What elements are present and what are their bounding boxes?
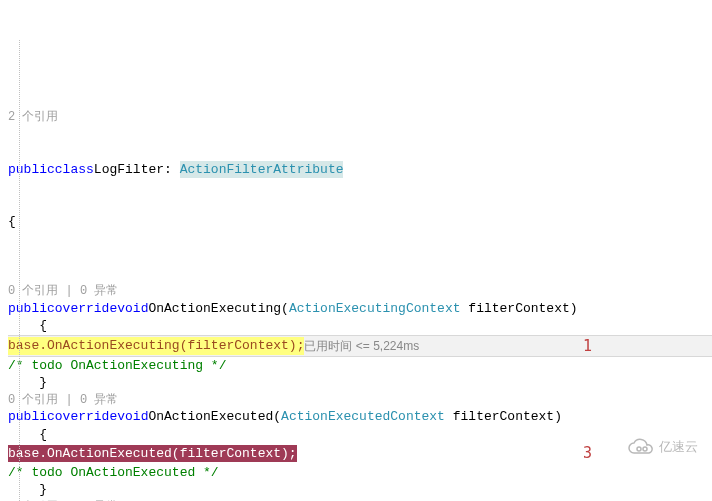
method-block: 0 个引用 | 0 异常 public override void OnActi… — [8, 392, 712, 499]
annotation-number: 1 — [583, 336, 592, 356]
annotation-number: 3 — [583, 443, 592, 463]
base-call: base.OnActionExecuted(filterContext); — [8, 445, 297, 463]
svg-point-0 — [637, 447, 641, 451]
keyword-class: class — [55, 161, 94, 179]
watermark-text: 亿速云 — [659, 438, 698, 456]
todo-comment: /* todo OnActionExecuted */ — [8, 464, 219, 482]
indent-guide — [19, 40, 20, 501]
todo-comment: /* todo OnActionExecuting */ — [8, 357, 226, 375]
brace-open: { — [8, 317, 712, 335]
method-signature: public override void OnActionExecuting(A… — [8, 300, 712, 318]
method-block: 0 个引用 | 0 异常 public override void OnActi… — [8, 283, 712, 392]
svg-point-1 — [643, 447, 647, 451]
brace-open: { — [8, 426, 712, 444]
current-statement-row: base.OnActionExecuting(filterContext); 已… — [8, 335, 712, 357]
watermark: 亿速云 — [627, 403, 698, 491]
base-type: ActionFilterAttribute — [180, 161, 344, 179]
perf-tip: 已用时间 <= 5,224ms — [304, 338, 419, 354]
method-codelens[interactable]: 0 个引用 | 0 异常 — [8, 283, 118, 299]
code-editor[interactable]: 2 个引用 public class LogFilter: ActionFilt… — [0, 70, 712, 501]
class-codelens[interactable]: 2 个引用 — [8, 109, 58, 125]
class-declaration: public class LogFilter: ActionFilterAttr… — [8, 161, 712, 179]
param-type: ActionExecutedContext — [281, 408, 445, 426]
brace-close: } — [8, 481, 712, 499]
base-call: base.OnActionExecuting(filterContext); — [8, 337, 304, 355]
param-type: ActionExecutingContext — [289, 300, 461, 318]
brace-close: } — [8, 374, 712, 392]
method-codelens[interactable]: 0 个引用 | 0 异常 — [8, 392, 118, 408]
cloud-icon — [627, 403, 655, 491]
method-signature: public override void OnActionExecuted(Ac… — [8, 408, 712, 426]
class-name: LogFilter — [94, 161, 164, 179]
brace-open: { — [8, 213, 16, 231]
keyword-public: public — [8, 161, 55, 179]
statement-row: base.OnActionExecuted(filterContext);3 — [8, 443, 712, 463]
